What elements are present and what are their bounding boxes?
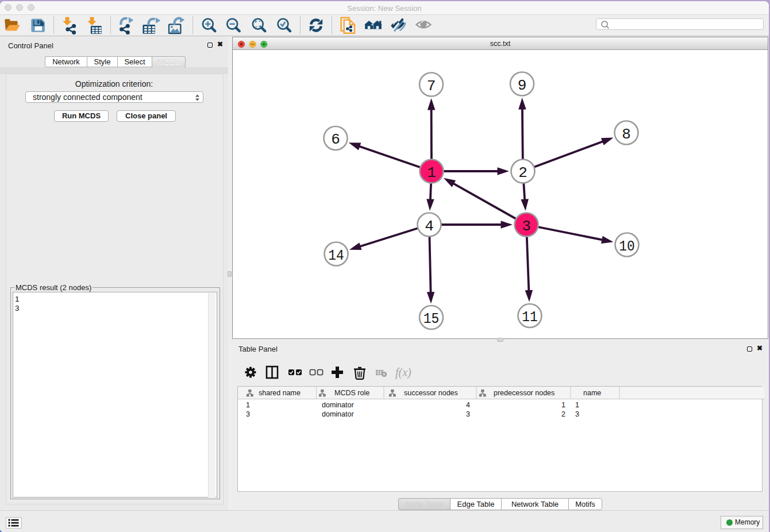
svg-text:3: 3 — [575, 410, 579, 418]
svg-text:shared name: shared name — [259, 389, 301, 397]
svg-text:successor nodes: successor nodes — [404, 389, 458, 397]
svg-text:1: 1 — [427, 164, 436, 182]
svg-text:1: 1 — [561, 401, 565, 409]
svg-text:6: 6 — [331, 131, 340, 148]
svg-text:predecessor nodes: predecessor nodes — [494, 389, 555, 397]
svg-text:10: 10 — [619, 238, 635, 255]
svg-text:4: 4 — [466, 401, 470, 409]
svg-text:3: 3 — [246, 410, 250, 418]
svg-text:dominator: dominator — [322, 410, 354, 418]
svg-text:2: 2 — [518, 164, 528, 182]
svg-text:7: 7 — [427, 78, 436, 95]
svg-text:11: 11 — [522, 309, 538, 326]
svg-text:name: name — [583, 389, 601, 397]
svg-text:dominator: dominator — [322, 401, 354, 409]
svg-text:8: 8 — [622, 126, 631, 143]
svg-text:9: 9 — [518, 77, 527, 94]
svg-text:4: 4 — [425, 218, 434, 235]
svg-text:3: 3 — [522, 218, 531, 235]
svg-text:1: 1 — [246, 401, 250, 409]
svg-text:3: 3 — [466, 410, 470, 418]
svg-text:14: 14 — [328, 247, 344, 264]
svg-text:15: 15 — [424, 310, 440, 327]
svg-text:2: 2 — [561, 410, 565, 418]
svg-text:f(x): f(x) — [395, 366, 411, 379]
svg-text:1: 1 — [575, 401, 579, 409]
svg-text:MCDS role: MCDS role — [334, 389, 369, 397]
